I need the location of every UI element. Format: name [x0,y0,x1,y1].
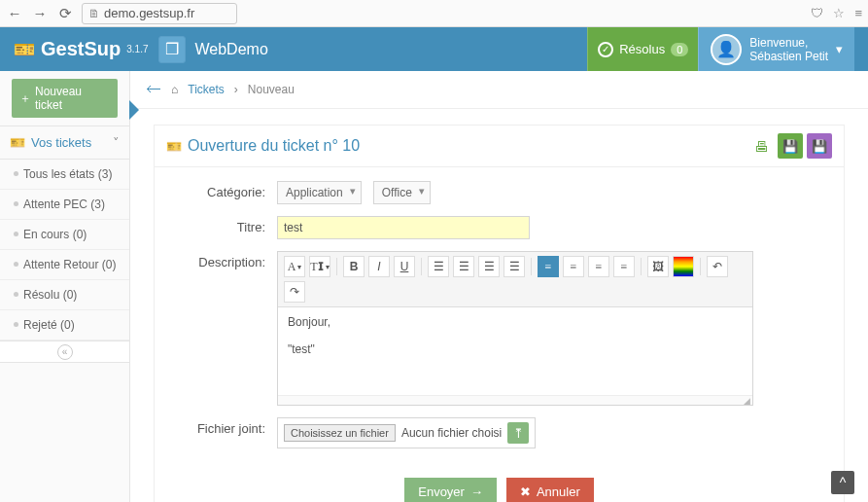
ticket-icon: 🎫 [10,135,25,150]
bold-button[interactable]: B [343,256,365,277]
category-label: Catégorie: [176,181,265,199]
main-content: 🡐 ⌂ Tickets › Nouveau 🎫 Ouverture du tic… [130,71,868,502]
chevron-down-icon: ▾ [836,42,843,56]
list-number-button[interactable]: ☰ [453,256,474,277]
scroll-top-button[interactable]: ^ [831,471,854,494]
font-family-button[interactable]: A [284,256,305,277]
welcome-text: Bienvenue, [749,36,828,50]
editor-line: Bonjour, [288,315,743,329]
editor-line: "test" [288,342,743,356]
sidebar-item[interactable]: Tous les états (3) [0,160,129,190]
category-select[interactable]: Application [277,181,362,204]
breadcrumb-sep: › [234,83,238,96]
avatar: 👤 [711,34,742,65]
navbar: 🎫 GestSup 3.1.7 ❒ WebDemo ✓ Résolus 0 👤 … [0,27,868,71]
align-justify-button[interactable]: ≡ [613,256,635,277]
back-arrow-icon[interactable]: 🡐 [146,81,161,98]
url-bar[interactable]: 🗎 demo.gestsup.fr [82,3,237,24]
your-tickets-label: Vos tickets [31,135,91,150]
editor-toolbar: A T𝗜 B I U ☰ ☰ ☰ ☰ ≡ [278,252,752,307]
brand[interactable]: 🎫 GestSup 3.1.7 [14,38,149,60]
title-input[interactable] [277,216,530,239]
choose-file-button[interactable]: Choisissez un fichier [284,424,396,442]
font-size-button[interactable]: T𝗜 [309,256,330,277]
indent-button[interactable]: ☰ [503,256,525,277]
page-icon: 🗎 [88,7,100,20]
username: Sébastien Petit [749,50,828,63]
menu-icon[interactable]: ≡ [854,6,862,20]
sidebar-item[interactable]: Attente PEC (3) [0,190,129,220]
send-button[interactable]: Envoyer → [404,478,497,502]
color-button[interactable] [673,256,694,277]
star-icon[interactable]: ☆ [833,6,845,20]
new-ticket-label: Nouveau ticket [35,85,110,112]
breadcrumb: 🡐 ⌂ Tickets › Nouveau [130,71,868,109]
reload-icon[interactable]: ⟳ [56,5,74,22]
underline-button[interactable]: U [394,256,415,277]
demo-label: WebDemo [195,41,268,58]
align-left-button[interactable]: ≡ [538,256,559,277]
rich-editor: A T𝗜 B I U ☰ ☰ ☰ ☰ ≡ [277,251,753,406]
align-right-button[interactable]: ≡ [588,256,609,277]
file-label: Fichier joint: [176,417,265,436]
redo-button[interactable]: ↷ [284,281,305,303]
home-icon[interactable]: ⌂ [171,83,178,96]
send-label: Envoyer [418,484,465,499]
breadcrumb-current: Nouveau [248,83,295,96]
print-button[interactable]: 🖶 [748,133,774,159]
shield-icon[interactable]: 🛡 [811,6,823,20]
italic-button[interactable]: I [368,256,390,277]
description-label: Description: [176,251,265,269]
cancel-button[interactable]: ✖ Annuler [506,478,594,502]
sidebar: ＋ Nouveau ticket 🎫 Vos tickets ˅ Tous le… [0,71,130,502]
app-name: GestSup [41,38,121,60]
sidebar-item[interactable]: En cours (0) [0,220,129,250]
image-button[interactable]: 🖼 [647,256,669,277]
undo-button[interactable]: ↶ [707,256,728,277]
panel-header: 🎫 Ouverture du ticket n° 10 🖶 💾 💾 [155,126,844,167]
collapse-sidebar[interactable]: « [0,341,129,363]
user-menu[interactable]: 👤 Bienvenue, Sébastien Petit ▾ [698,27,854,71]
file-input-wrap: Choisissez un fichier Aucun fichier choi… [277,417,536,448]
breadcrumb-tickets[interactable]: Tickets [188,83,225,96]
forward-icon[interactable]: → [31,5,49,21]
sidebar-your-tickets[interactable]: 🎫 Vos tickets ˅ [0,126,129,160]
app-version: 3.1.7 [126,44,148,54]
resolved-button[interactable]: ✓ Résolus 0 [587,27,698,71]
new-ticket-button[interactable]: ＋ Nouveau ticket [12,79,118,118]
url-text: demo.gestsup.fr [104,6,194,20]
cancel-label: Annuler [537,484,580,499]
plus-icon: ＋ [19,90,31,107]
upload-button[interactable]: ⤒ [507,422,529,444]
ticket-icon: 🎫 [14,39,35,60]
chevron-down-icon: ˅ [113,135,120,150]
resize-handle[interactable]: ◢ [278,395,752,405]
sidebar-active-arrow [129,100,139,120]
editor-body[interactable]: Bonjour, "test" [278,307,752,395]
outdent-button[interactable]: ☰ [478,256,500,277]
panel-title: Ouverture du ticket n° 10 [188,137,360,155]
sidebar-item[interactable]: Attente Retour (0) [0,250,129,280]
sidebar-item[interactable]: Résolu (0) [0,280,129,310]
list-bullet-button[interactable]: ☰ [428,256,449,277]
save-button[interactable]: 💾 [778,133,803,159]
title-label: Titre: [176,216,265,234]
browser-chrome: ← → ⟳ 🗎 demo.gestsup.fr 🛡 ☆ ≡ [0,0,868,27]
no-file-text: Aucun fichier choisi [401,426,502,440]
ticket-icon: 🎫 [166,139,182,154]
subcategory-select[interactable]: Office [373,181,431,204]
close-icon: ✖ [520,484,531,499]
resolved-label: Résolus [619,42,665,56]
arrow-right-icon: → [470,484,483,499]
ticket-panel: 🎫 Ouverture du ticket n° 10 🖶 💾 💾 Catégo… [154,125,845,502]
align-center-button[interactable]: ≡ [563,256,584,277]
sidebar-item[interactable]: Rejeté (0) [0,310,129,341]
resolved-count: 0 [671,43,688,56]
cube-icon[interactable]: ❒ [158,36,186,63]
save-alt-button[interactable]: 💾 [807,133,832,159]
check-circle-icon: ✓ [598,42,613,57]
back-icon[interactable]: ← [6,5,23,21]
